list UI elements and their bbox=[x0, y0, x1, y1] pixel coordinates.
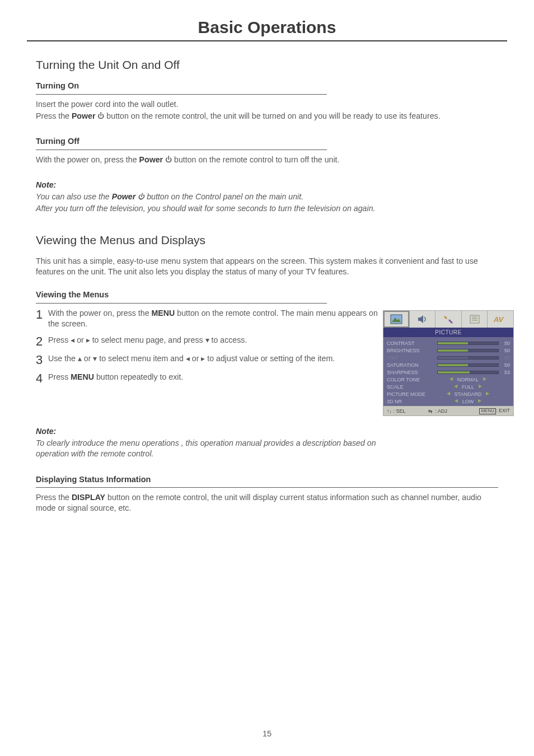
text-frag: button on the remote control to turn off… bbox=[172, 155, 339, 164]
rule bbox=[36, 94, 327, 95]
osd-slider[interactable] bbox=[437, 363, 499, 367]
power-label: Power bbox=[112, 192, 136, 201]
text-frag: With the power on, press the bbox=[48, 309, 152, 318]
osd-row[interactable]: SCALE◀FULL▶ bbox=[387, 383, 510, 390]
osd-column: AV PICTURE CONTRAST50BRIGHTNESS50TINT50S… bbox=[383, 308, 514, 416]
note-text: To clearly introduce the menu operations… bbox=[36, 438, 383, 459]
note-text: You can also use the Power ⏻ button on t… bbox=[36, 192, 498, 202]
osd-slider[interactable] bbox=[437, 356, 499, 360]
osd-select[interactable]: ◀STANDARD▶ bbox=[437, 391, 499, 398]
osd-row[interactable]: CONTRAST50 bbox=[387, 339, 510, 347]
text-frag: Press the bbox=[36, 493, 72, 502]
text-frag: : EXIT bbox=[496, 408, 510, 413]
osd-select[interactable]: ◀LOW▶ bbox=[437, 398, 499, 405]
text: Press the Power ⏻ button on the remote c… bbox=[36, 111, 498, 122]
page-number: 15 bbox=[0, 729, 534, 738]
tools-icon bbox=[442, 314, 455, 324]
osd-label: BRIGHTNESS bbox=[387, 347, 437, 354]
triangle-right-icon: ▶ bbox=[486, 391, 489, 397]
osd-row[interactable]: COLOR TONE◀NORMAL▶ bbox=[387, 376, 510, 383]
page-title: Basic Operations bbox=[0, 0, 534, 37]
intro-text: This unit has a simple, easy-to-use menu… bbox=[36, 256, 498, 277]
display-label: DISPLAY bbox=[72, 493, 105, 502]
osd-hint-adj: ⇆ : ADJ bbox=[428, 408, 448, 414]
osd-label: PICTURE MODE bbox=[387, 391, 437, 398]
subhead-viewing-menus: Viewing the Menus bbox=[36, 290, 498, 301]
osd-label: SATURATION bbox=[387, 362, 437, 368]
power-icon: ⏻ bbox=[138, 193, 144, 200]
note-title: Note: bbox=[36, 426, 383, 437]
svg-rect-2 bbox=[470, 315, 479, 323]
osd-title: PICTURE bbox=[383, 328, 513, 338]
step-text: With the power on, press the MENU button… bbox=[48, 308, 383, 329]
subhead-turning-off: Turning Off bbox=[36, 136, 498, 147]
menu-label: MENU bbox=[152, 309, 175, 318]
osd-select[interactable]: ◀NORMAL▶ bbox=[437, 376, 499, 383]
osd-row[interactable]: SHARPNESS53 bbox=[387, 368, 510, 376]
osd-slider[interactable] bbox=[437, 342, 499, 345]
step-4: 4 Press MENU button repeatedly to exit. bbox=[36, 372, 383, 385]
step-text: Use the ▴ or ▾ to select menu item and ◂… bbox=[48, 353, 383, 366]
osd-row[interactable]: 3D NR◀LOW▶ bbox=[387, 398, 510, 405]
osd-select-value: FULL bbox=[462, 384, 474, 390]
svg-text:AV: AV bbox=[494, 315, 504, 323]
osd-body: CONTRAST50BRIGHTNESS50TINT50SATURATION50… bbox=[383, 337, 513, 406]
osd-tabs: AV bbox=[383, 311, 513, 328]
osd-row[interactable]: SATURATION50 bbox=[387, 361, 510, 368]
osd-label: COLOR TONE bbox=[387, 376, 437, 383]
osd-label: SHARPNESS bbox=[387, 369, 437, 376]
step-number: 2 bbox=[36, 335, 48, 348]
osd-row[interactable]: BRIGHTNESS50 bbox=[387, 347, 510, 354]
menu-box: MENU bbox=[479, 408, 496, 414]
osd-tab-sound[interactable] bbox=[410, 311, 436, 328]
osd-hint-sel: ↑↓ : SEL bbox=[387, 408, 406, 414]
rule bbox=[36, 150, 327, 150]
osd-row[interactable]: PICTURE MODE◀STANDARD▶ bbox=[387, 390, 510, 398]
osd-tab-av[interactable]: AV bbox=[488, 311, 513, 328]
osd-row[interactable]: TINT50 bbox=[387, 354, 510, 361]
text-frag: Press bbox=[48, 372, 71, 381]
osd-select-value: STANDARD bbox=[455, 391, 482, 398]
power-label: Power bbox=[139, 155, 163, 164]
text-frag: : SEL bbox=[394, 408, 406, 414]
step-text: Press ◂ or ▸ to select menu page, and pr… bbox=[48, 335, 383, 348]
text-frag: button on the Control panel on the main … bbox=[144, 192, 303, 201]
osd-select-value: LOW bbox=[462, 398, 474, 405]
menu-row: 1 With the power on, press the MENU butt… bbox=[36, 308, 498, 416]
text: Insert the power cord into the wall outl… bbox=[36, 99, 498, 110]
osd-select[interactable]: ◀FULL▶ bbox=[437, 384, 499, 390]
step-1: 1 With the power on, press the MENU butt… bbox=[36, 308, 383, 329]
osd-slider[interactable] bbox=[437, 371, 499, 374]
triangle-right-icon: ▶ bbox=[478, 398, 481, 404]
steps-column: 1 With the power on, press the MENU butt… bbox=[36, 308, 383, 390]
osd-tab-channel[interactable] bbox=[462, 311, 488, 328]
content-area: Turning the Unit On and Off Turning On I… bbox=[0, 41, 534, 514]
subhead-display: Displaying Status Information bbox=[36, 474, 498, 486]
text-frag: Press the bbox=[36, 111, 72, 120]
list-icon bbox=[469, 314, 481, 324]
text-frag: With the power on, press the bbox=[36, 155, 139, 164]
osd-hint-exit: MENU: EXIT bbox=[479, 407, 510, 414]
power-icon: ⏻ bbox=[97, 112, 104, 120]
text-frag: button repeatedly to exit. bbox=[94, 372, 183, 381]
step-3: 3 Use the ▴ or ▾ to select menu item and… bbox=[36, 353, 383, 366]
rule bbox=[36, 303, 327, 304]
step-2: 2 Press ◂ or ▸ to select menu page, and … bbox=[36, 335, 383, 348]
triangle-left-icon: ◀ bbox=[447, 391, 450, 397]
power-label: Power bbox=[72, 111, 96, 120]
heading-viewing: Viewing the Menus and Displays bbox=[36, 232, 498, 248]
triangle-left-icon: ◀ bbox=[455, 398, 458, 404]
heading-turning: Turning the Unit On and Off bbox=[36, 57, 498, 73]
osd-slider[interactable] bbox=[437, 349, 499, 352]
osd-label: 3D NR bbox=[387, 398, 437, 405]
osd-tab-picture[interactable] bbox=[383, 311, 410, 328]
block-turning-on: Turning On Insert the power cord into th… bbox=[36, 81, 498, 122]
osd-label: SCALE bbox=[387, 384, 437, 390]
osd-tab-setup[interactable] bbox=[435, 311, 462, 328]
block-display-info: Displaying Status Information Press the … bbox=[36, 474, 498, 514]
subhead-turning-on: Turning On bbox=[36, 81, 498, 92]
step-number: 1 bbox=[36, 308, 48, 329]
triangle-left-icon: ◀ bbox=[449, 376, 453, 382]
note-title: Note: bbox=[36, 180, 498, 190]
block-note-1: Note: You can also use the Power ⏻ butto… bbox=[36, 180, 498, 214]
